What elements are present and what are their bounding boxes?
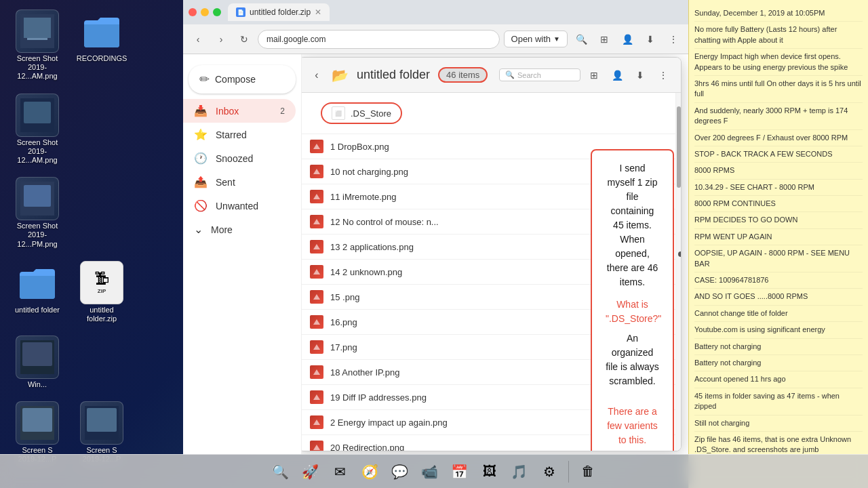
unwanted-label: Unwanted (216, 201, 258, 211)
notes-item-13: CASE: 100964781876 (694, 272, 863, 289)
browser-tab[interactable]: 📄 untitled folder.zip ✕ (228, 3, 330, 21)
dock-separator (568, 461, 569, 483)
dock-messages[interactable]: 💬 (387, 458, 414, 485)
screenshot5-icon (16, 401, 59, 445)
search-icon-btn[interactable]: 🔍 (572, 30, 591, 49)
svg-rect-2 (27, 38, 47, 40)
desktop-icon-screenshot3[interactable]: Screen Shot2019-12...PM.png (7, 174, 68, 251)
archive-search-box[interactable]: 🔍 Search (499, 68, 580, 81)
notes-item-20: 45 items in folder saving as 47 items - … (694, 388, 863, 415)
resize-handle-right[interactable] (678, 251, 682, 257)
screenshot3-label: Screen Shot2019-12...PM.png (10, 222, 64, 249)
archive-more-btn[interactable]: ⋮ (654, 66, 673, 85)
desktop-icon-screenshot1[interactable]: Screen Shot 2019-12...AM.png (7, 7, 68, 84)
ds-store-explanation-popup: I send myself 1 zip file containing 45 i… (591, 149, 674, 451)
compose-plus-icon: ✏ (199, 72, 210, 87)
open-with-button[interactable]: Open with ▼ (504, 30, 568, 47)
back-button[interactable]: ‹ (189, 30, 208, 49)
chevron-down-icon: ▼ (553, 35, 560, 43)
dock-photos[interactable]: 🖼 (476, 458, 503, 485)
scrollbar-thumb[interactable] (677, 106, 681, 188)
ds-store-row[interactable]: ⬜ .DS_Store (299, 93, 675, 134)
items-count-badge: 46 items (438, 67, 488, 83)
search-icon: 🔍 (505, 70, 515, 79)
gmail-nav-inbox[interactable]: 📥 Inbox 2 (183, 99, 296, 123)
screenshot2-icon (16, 94, 59, 137)
png-icon-9 (310, 340, 323, 354)
dock-music[interactable]: 🎵 (506, 458, 533, 485)
more-options-btn[interactable]: ⋮ (664, 30, 683, 49)
png-icon-12 (310, 415, 323, 429)
gmail-nav-more[interactable]: ⌄ More (183, 218, 296, 241)
desktop-icon-screenshot4[interactable]: Win... (7, 333, 68, 392)
screenshot3-icon (16, 177, 59, 220)
compose-button[interactable]: ✏ Compose (189, 65, 296, 94)
notes-item-9: 8000 RPM CONTINUES (694, 196, 863, 212)
browser-toolbar: ‹ › ↻ mail.google.com Open with ▼ 🔍 ⊞ 👤 … (183, 24, 688, 54)
popup-line4: There are a few varients to this. (606, 405, 659, 447)
snoozed-icon: 🕐 (194, 152, 208, 165)
png-icon-3 (310, 190, 323, 203)
dock-finder[interactable]: 🔍 (267, 458, 294, 485)
archive-share-btn[interactable]: 👤 (608, 66, 627, 85)
dock-facetime[interactable]: 📹 (416, 458, 443, 485)
download-icon-btn[interactable]: ⬇ (641, 30, 660, 49)
compose-label: Compose (215, 74, 256, 85)
screenshot6-icon (80, 401, 123, 445)
desktop-icon-recordings[interactable]: RECORDINGS (71, 7, 132, 84)
window-controls (189, 8, 221, 16)
maximize-window-btn[interactable] (213, 8, 221, 16)
dock: 🔍 🚀 ✉ 🧭 💬 📹 📅 🖼 🎵 ⚙ 🗑 (0, 454, 868, 488)
archive-download-btn[interactable]: ⬇ (631, 66, 650, 85)
svg-rect-6 (24, 185, 51, 207)
gmail-nav-snoozed[interactable]: 🕐 Snoozed (183, 146, 296, 170)
dock-safari[interactable]: 🧭 (357, 458, 384, 485)
forward-button[interactable]: › (212, 30, 231, 49)
gmail-nav-unwanted[interactable]: 🚫 Unwanted (183, 194, 296, 218)
inbox-label: Inbox (216, 106, 239, 117)
archive-view-toggle[interactable]: ⊞ (585, 66, 604, 85)
address-text: mail.google.com (267, 35, 326, 44)
notes-item-19: Account opened 11 hrs ago (694, 371, 863, 388)
tab-close-icon[interactable]: ✕ (315, 7, 321, 17)
zip-label: untitled folder.zip (75, 306, 129, 323)
notes-item-18: Battery not charging (694, 355, 863, 371)
notes-item-5: Over 200 degrees F / Exhaust over 8000 R… (694, 130, 863, 146)
dock-launchpad[interactable]: 🚀 (297, 458, 324, 485)
file-list-scrollbar[interactable] (675, 93, 681, 451)
screenshot4-icon (16, 336, 59, 379)
ds-store-item[interactable]: ⬜ .DS_Store (321, 102, 402, 124)
dock-trash[interactable]: 🗑 (574, 458, 601, 485)
desktop-icon-screenshot2[interactable]: Screen Shot2019-12...AM.png (7, 91, 68, 168)
dock-settings[interactable]: ⚙ (536, 458, 563, 485)
zip-file-icon: 🗜 ZIP (80, 261, 123, 304)
sent-label: Sent (216, 177, 235, 188)
archive-window: ‹ 📂 untitled folder 46 items 🔍 Search ⊞ … (298, 57, 682, 451)
browser-window: 📄 untitled folder.zip ✕ ‹ › ↻ mail.googl… (183, 0, 688, 454)
dock-calendar[interactable]: 📅 (446, 458, 473, 485)
apps-icon-btn[interactable]: ⊞ (595, 30, 614, 49)
untitled-folder-label: untitled folder (15, 306, 60, 314)
close-window-btn[interactable] (189, 8, 197, 16)
account-icon-btn[interactable]: 👤 (618, 30, 637, 49)
gmail-nav-sent[interactable]: 📤 Sent (183, 170, 296, 194)
inbox-badge: 2 (280, 106, 285, 116)
minimize-window-btn[interactable] (201, 8, 209, 16)
recordings-label: RECORDINGS (77, 54, 127, 63)
png-icon-13 (310, 441, 323, 451)
snoozed-label: Snoozed (216, 153, 253, 164)
archive-toolbar: ‹ 📂 untitled folder 46 items 🔍 Search ⊞ … (299, 58, 681, 93)
popup-line1: I send myself 1 zip file containing 45 i… (606, 161, 659, 289)
dock-mail[interactable]: ✉ (327, 458, 354, 485)
svg-rect-10 (22, 408, 52, 432)
desktop-icon-untitled-folder[interactable]: untitled folder (7, 258, 68, 326)
tab-title: untitled folder.zip (250, 7, 311, 17)
browser-top-bar: 📄 untitled folder.zip ✕ (183, 0, 688, 24)
desktop-icon-zip[interactable]: 🗜 ZIP untitled folder.zip (71, 258, 132, 326)
archive-back-button[interactable]: ‹ (307, 66, 326, 85)
popup-line2: What is ".DS_Store?" (606, 298, 659, 326)
gmail-nav-starred[interactable]: ⭐ Starred (183, 123, 296, 146)
refresh-button[interactable]: ↻ (235, 30, 254, 49)
address-bar[interactable]: mail.google.com (258, 30, 500, 49)
more-label: More (211, 224, 233, 235)
